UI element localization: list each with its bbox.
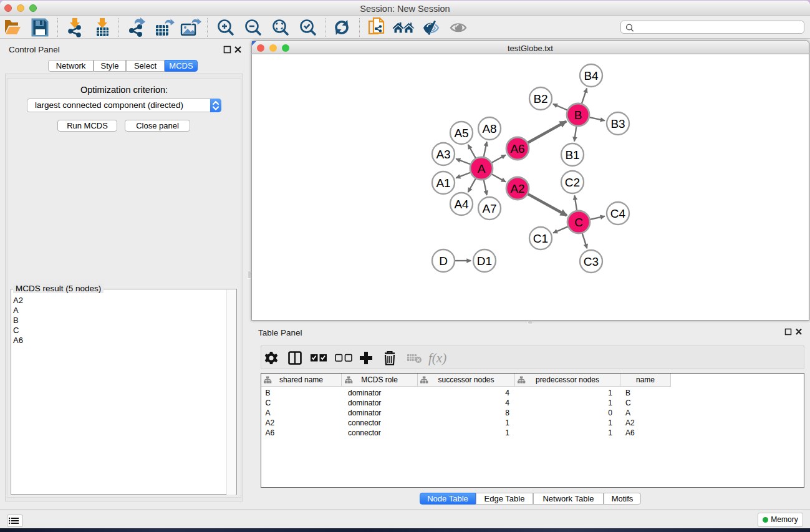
svg-text:D1: D1 [477, 254, 492, 268]
svg-text:A3: A3 [436, 148, 450, 161]
svg-text:A: A [478, 162, 486, 175]
svg-text:A8: A8 [482, 122, 496, 135]
svg-text:A5: A5 [454, 127, 468, 140]
svg-text:C1: C1 [533, 232, 548, 245]
svg-text:A4: A4 [454, 198, 469, 211]
svg-text:A1: A1 [436, 177, 450, 190]
svg-text:C: C [574, 216, 583, 229]
svg-text:A6: A6 [510, 142, 524, 155]
svg-text:B1: B1 [565, 148, 579, 162]
svg-text:f(x): f(x) [428, 351, 446, 365]
svg-text:A2: A2 [510, 182, 524, 195]
svg-text:A7: A7 [482, 202, 496, 215]
svg-text:C2: C2 [565, 176, 580, 189]
svg-text:C4: C4 [610, 207, 626, 220]
svg-text:D: D [439, 254, 448, 268]
svg-text:B2: B2 [533, 92, 547, 105]
svg-text:B3: B3 [610, 117, 625, 130]
svg-text:C3: C3 [584, 255, 599, 268]
svg-text:B: B [574, 109, 582, 122]
svg-text:B4: B4 [584, 69, 599, 82]
